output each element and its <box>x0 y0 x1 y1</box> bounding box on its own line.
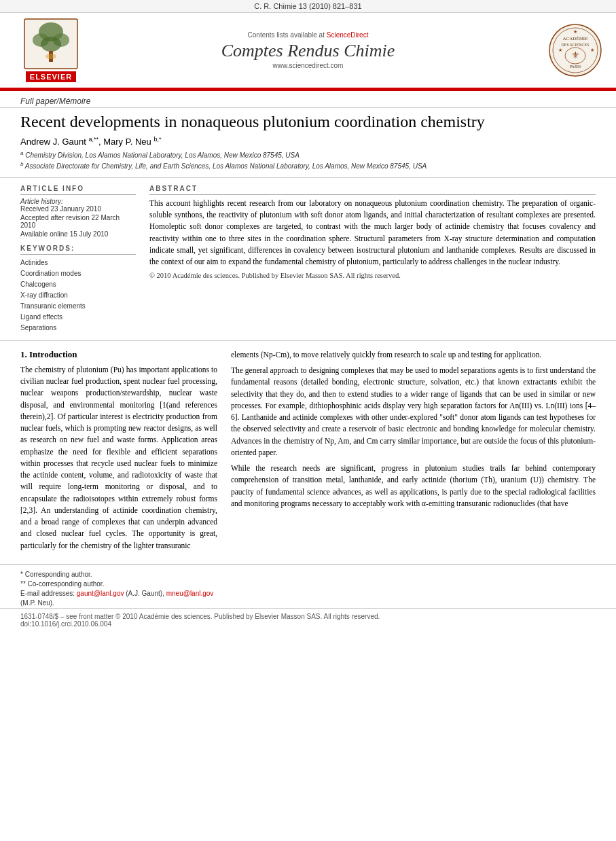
science-direct-link[interactable]: ScienceDirect <box>327 31 369 39</box>
keywords-list: Actinides Coordination modes Chalcogens … <box>20 257 136 334</box>
journal-website: www.sciencedirect.com <box>88 62 528 69</box>
abstract-heading: ABSTRACT <box>149 185 596 195</box>
article-type: Full paper/Mémoire <box>0 91 616 108</box>
intro-right-para-1: elements (Np-Cm), to move relatively qui… <box>231 349 596 361</box>
science-direct-label: Contents lists available at ScienceDirec… <box>88 31 528 39</box>
intro-right-para-2: The general approach to designing comple… <box>231 365 596 459</box>
svg-text:PARIS: PARIS <box>570 65 581 69</box>
footnote-1: * Corresponding author. <box>20 570 596 579</box>
elsevier-logo-container: ELSEVIER <box>14 18 88 82</box>
article-history-label: Article history: <box>20 198 136 205</box>
academie-medallion-icon: ACADÉMIE DES SCIENCES ⚜ PARIS ★ ★ ★ <box>548 23 602 77</box>
elsevier-tree-icon <box>24 18 78 69</box>
svg-text:★: ★ <box>573 29 577 35</box>
keyword-2: Coordination modes <box>20 268 136 279</box>
article-info-column: ARTICLE INFO Article history: Received 2… <box>20 185 136 334</box>
keyword-1: Actinides <box>20 257 136 268</box>
keyword-3: Chalcogens <box>20 279 136 290</box>
journal-citation: C. R. Chimie 13 (2010) 821–831 <box>254 2 361 10</box>
footer-doi: doi:10.1016/j.crci.2010.06.004 <box>20 620 596 628</box>
journal-center-info: Contents lists available at ScienceDirec… <box>88 31 528 69</box>
affiliation-b: b Associate Directorate for Chemistry, L… <box>20 160 596 171</box>
abstract-text: This account highlights recent research … <box>149 198 596 268</box>
article-info-abstract-section: ARTICLE INFO Article history: Received 2… <box>0 178 616 341</box>
medallion-logo-container: ACADÉMIE DES SCIENCES ⚜ PARIS ★ ★ ★ <box>528 23 602 77</box>
main-content: 1. Introduction The chemistry of plutoni… <box>0 341 616 564</box>
abstract-column: ABSTRACT This account highlights recent … <box>149 185 596 334</box>
article-type-label: Full paper/Mémoire <box>20 96 90 106</box>
keyword-4: X-ray diffraction <box>20 290 136 301</box>
available-date: Available online 15 July 2010 <box>20 230 136 238</box>
keyword-6: Ligand effects <box>20 312 136 323</box>
svg-point-4 <box>41 37 61 52</box>
accepted-date: Accepted after revision 22 March 2010 <box>20 214 136 229</box>
article-affiliations: a Chemistry Division, Los Alamos Nationa… <box>20 149 596 172</box>
top-bar: C. R. Chimie 13 (2010) 821–831 <box>0 0 616 13</box>
keywords-section: Keywords: Actinides Coordination modes C… <box>20 245 136 334</box>
elsevier-label: ELSEVIER <box>26 71 76 82</box>
keyword-7: Separations <box>20 323 136 334</box>
svg-point-7 <box>46 54 56 59</box>
keyword-5: Transuranic elements <box>20 301 136 312</box>
article-info-heading: ARTICLE INFO <box>20 185 136 195</box>
article-title: Recent developments in nonaqueous pluton… <box>20 112 596 132</box>
footnote-section: * Corresponding author. ** Co-correspond… <box>0 564 616 608</box>
intro-left-column: 1. Introduction The chemistry of plutoni… <box>20 349 217 556</box>
footer-issn: 1631-0748/$ – see front matter © 2010 Ac… <box>20 613 596 620</box>
svg-text:★: ★ <box>590 48 594 53</box>
affiliation-a: a Chemistry Division, Los Alamos Nationa… <box>20 149 596 160</box>
keywords-heading: Keywords: <box>20 245 136 255</box>
intro-left-para-1: The chemistry of plutonium (Pu) has impo… <box>20 364 217 552</box>
footnote-2: ** Co-corresponding author. <box>20 579 596 589</box>
article-history-group: Article history: Received 23 January 201… <box>20 198 136 238</box>
intro-section-title: 1. Introduction <box>20 349 217 360</box>
intro-right-column: elements (Np-Cm), to move relatively qui… <box>231 349 596 556</box>
page-footer: 1631-0748/$ – see front matter © 2010 Ac… <box>0 608 616 632</box>
svg-text:★: ★ <box>558 48 562 53</box>
intro-right-para-3: While the research needs are significant… <box>231 463 596 509</box>
abstract-copyright: © 2010 Académie des sciences. Published … <box>149 272 596 279</box>
received-date: Received 23 January 2010 <box>20 205 136 213</box>
article-title-section: Recent developments in nonaqueous pluton… <box>0 108 616 178</box>
svg-text:⚜: ⚜ <box>571 50 580 60</box>
journal-title: Comptes Rendus Chimie <box>88 40 528 61</box>
article-authors: Andrew J. Gaunt a,**, Mary P. Neu b,* <box>20 136 596 147</box>
svg-text:DES SCIENCES: DES SCIENCES <box>561 43 589 47</box>
footnote-3: E-mail addresses: gaunt@lanl.gov (A.J. G… <box>20 589 596 608</box>
svg-text:ACADÉMIE: ACADÉMIE <box>563 36 588 41</box>
journal-header: ELSEVIER Contents lists available at Sci… <box>0 13 616 89</box>
